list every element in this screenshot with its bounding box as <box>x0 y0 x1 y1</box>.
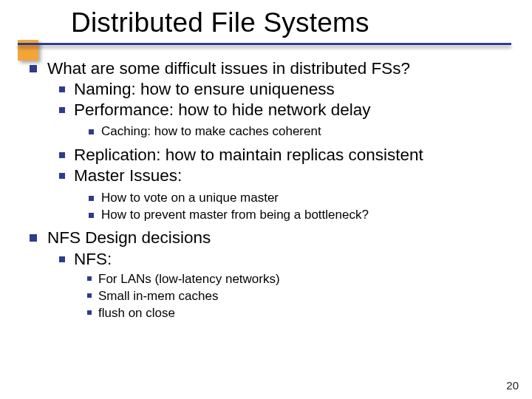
list-item: Performance: how to hide network delay C… <box>59 100 510 140</box>
slide: Distributed File Systems What are some d… <box>0 0 532 399</box>
square-bullet-icon <box>87 276 92 281</box>
bullet-text: How to vote on a unique master <box>101 190 279 207</box>
list-item: NFS: For LANs (low-latency networks) <box>59 249 510 322</box>
bullet-text: NFS: <box>74 249 112 270</box>
square-bullet-icon <box>87 310 92 315</box>
square-bullet-icon <box>89 196 94 201</box>
square-bullet-icon <box>59 107 65 113</box>
list-item: NFS Design decisions NFS: For LANs <box>30 228 510 321</box>
list-item: flush on close <box>87 305 510 322</box>
list-item: Small in-mem caches <box>87 288 510 305</box>
square-bullet-icon <box>89 129 94 134</box>
bullet-list-level-2: For LANs (low-latency networks) Small in… <box>59 271 510 322</box>
list-item: What are some difficult issues in distri… <box>30 58 510 223</box>
bullet-text: Master Issues: <box>74 166 182 186</box>
rule-wrap <box>0 43 532 45</box>
bullet-text: Small in-mem caches <box>98 288 219 305</box>
content: What are some difficult issues in distri… <box>0 45 532 322</box>
bullet-text: flush on close <box>98 305 175 322</box>
list-item: Replication: how to maintain replicas co… <box>59 145 510 166</box>
bullet-text: Replication: how to maintain replicas co… <box>74 145 423 166</box>
bullet-text: NFS Design decisions <box>47 228 211 248</box>
square-bullet-icon <box>89 213 94 218</box>
square-bullet-icon <box>59 173 65 179</box>
bullet-text: What are some difficult issues in distri… <box>47 58 410 79</box>
bullet-list-level-2: Caching: how to make caches coherent <box>59 123 510 140</box>
title-underline <box>18 43 511 45</box>
bullet-text: Naming: how to ensure uniqueness <box>74 79 335 100</box>
bullet-list-level-0: What are some difficult issues in distri… <box>30 58 510 322</box>
page-number: 20 <box>506 379 519 392</box>
square-bullet-icon <box>87 293 92 298</box>
bullet-text: Caching: how to make caches coherent <box>101 123 321 140</box>
square-bullet-icon <box>30 234 37 242</box>
bullet-list-level-2: How to vote on a unique master How to pr… <box>59 190 510 224</box>
square-bullet-icon <box>59 86 65 92</box>
square-bullet-icon <box>59 152 65 158</box>
list-item: Master Issues: How to vote on a unique m… <box>59 166 510 223</box>
bullet-list-level-1: Naming: how to ensure uniqueness Perform… <box>30 79 510 223</box>
bullet-text: Performance: how to hide network delay <box>74 100 370 120</box>
list-item: Caching: how to make caches coherent <box>89 123 510 140</box>
square-bullet-icon <box>59 256 65 262</box>
title-wrap: Distributed File Systems <box>0 7 532 38</box>
list-item: For LANs (low-latency networks) <box>87 271 510 288</box>
square-bullet-icon <box>30 65 37 72</box>
bullet-text: For LANs (low-latency networks) <box>98 271 280 288</box>
bullet-list-level-1: NFS: For LANs (low-latency networks) <box>30 249 510 322</box>
slide-title: Distributed File Systems <box>71 7 510 38</box>
list-item: How to vote on a unique master <box>89 190 510 207</box>
list-item: Naming: how to ensure uniqueness <box>59 79 510 100</box>
bullet-text: How to prevent master from being a bottl… <box>101 207 369 224</box>
list-item: How to prevent master from being a bottl… <box>89 207 510 224</box>
